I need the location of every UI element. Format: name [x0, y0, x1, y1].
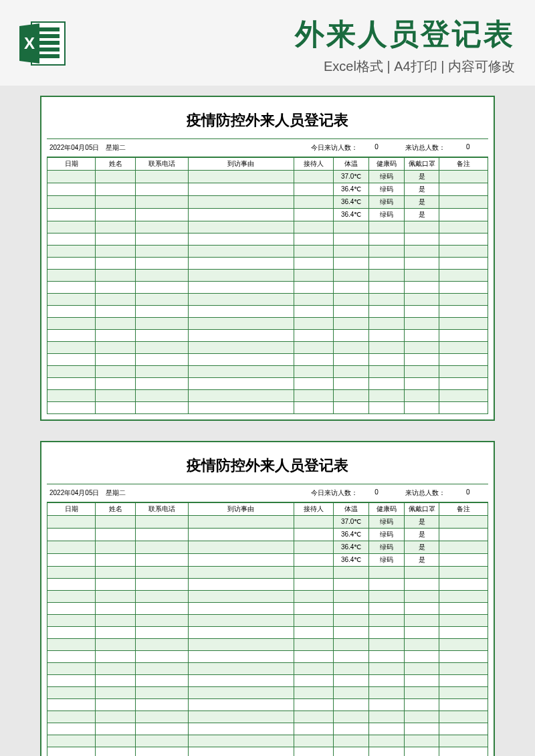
col-host: 接待人	[294, 157, 334, 170]
cell-empty	[96, 614, 135, 626]
cell-empty	[294, 377, 334, 389]
cell-empty	[404, 614, 439, 626]
table-row	[47, 590, 488, 602]
cell-empty	[369, 221, 405, 233]
cell-empty	[47, 638, 96, 650]
cell-empty	[369, 257, 405, 269]
cell-empty	[369, 723, 405, 735]
cell-empty	[47, 747, 96, 756]
cell-empty	[188, 317, 294, 329]
cell-empty	[294, 578, 334, 590]
cell-empty	[439, 723, 488, 735]
cell-empty	[294, 650, 334, 662]
excel-icon: X	[17, 17, 70, 70]
cell-date	[47, 528, 96, 541]
cell-empty	[369, 711, 405, 723]
cell-temp: 37.0℃	[334, 170, 369, 183]
cell-phone	[135, 208, 188, 221]
table-row	[47, 293, 488, 305]
cell-reason	[188, 195, 294, 208]
cell-empty	[294, 662, 334, 674]
cell-empty	[404, 662, 439, 674]
cell-empty	[96, 638, 135, 650]
col-mask: 佩戴口罩	[404, 502, 439, 515]
cell-reason	[188, 528, 294, 541]
cell-host	[294, 515, 334, 528]
cell-note	[439, 183, 488, 195]
cell-empty	[334, 590, 369, 602]
cell-empty	[369, 281, 405, 293]
cell-empty	[294, 341, 334, 353]
cell-empty	[439, 305, 488, 317]
cell-reason	[188, 208, 294, 221]
cell-empty	[96, 269, 135, 281]
cell-mask: 是	[404, 170, 439, 183]
cell-empty	[369, 401, 405, 413]
today-visitor-label: 今日来访人数：	[172, 143, 364, 153]
date-info: 2022年04月05日 星期二	[49, 488, 172, 498]
table-row	[47, 723, 488, 735]
cell-empty	[188, 353, 294, 365]
cell-empty	[294, 626, 334, 638]
table-row: 36.4℃绿码是	[47, 541, 488, 553]
table-row	[47, 377, 488, 389]
cell-empty	[188, 566, 294, 578]
cell-empty	[404, 305, 439, 317]
cell-empty	[294, 365, 334, 377]
cell-empty	[369, 269, 405, 281]
cell-empty	[47, 626, 96, 638]
cell-empty	[439, 377, 488, 389]
cell-empty	[369, 329, 405, 341]
cell-empty	[135, 602, 188, 614]
cell-note	[439, 528, 488, 541]
table-row	[47, 221, 488, 233]
cell-empty	[47, 686, 96, 698]
cell-name	[96, 553, 135, 566]
cell-empty	[439, 281, 488, 293]
col-reason: 到访事由	[188, 157, 294, 170]
cell-empty	[96, 257, 135, 269]
cell-empty	[47, 723, 96, 735]
cell-empty	[369, 233, 405, 245]
table-row: 37.0℃绿码是	[47, 170, 488, 183]
table-row	[47, 614, 488, 626]
info-row: 2022年04月05日 星期二今日来访人数：0来访总人数：0	[47, 139, 488, 157]
cell-empty	[334, 711, 369, 723]
col-note: 备注	[439, 502, 488, 515]
cell-empty	[334, 401, 369, 413]
col-health: 健康码	[369, 157, 405, 170]
cell-empty	[47, 711, 96, 723]
cell-note	[439, 208, 488, 221]
cell-reason	[188, 170, 294, 183]
cell-empty	[135, 735, 188, 747]
cell-temp: 36.4℃	[334, 208, 369, 221]
cell-empty	[96, 602, 135, 614]
svg-rect-2	[37, 34, 60, 38]
cell-empty	[334, 353, 369, 365]
cell-empty	[404, 269, 439, 281]
cell-empty	[188, 341, 294, 353]
cell-empty	[135, 305, 188, 317]
cell-empty	[404, 698, 439, 711]
cell-host	[294, 553, 334, 566]
cell-empty	[294, 566, 334, 578]
cell-empty	[439, 389, 488, 401]
cell-empty	[47, 674, 96, 686]
table-row: 36.4℃绿码是	[47, 183, 488, 195]
cell-empty	[47, 377, 96, 389]
cell-health: 绿码	[369, 515, 405, 528]
cell-empty	[404, 401, 439, 413]
cell-empty	[188, 614, 294, 626]
cell-empty	[404, 377, 439, 389]
cell-empty	[135, 578, 188, 590]
cell-empty	[404, 626, 439, 638]
cell-empty	[47, 389, 96, 401]
cell-empty	[294, 735, 334, 747]
cell-empty	[369, 590, 405, 602]
cell-name	[96, 183, 135, 195]
cell-empty	[96, 723, 135, 735]
cell-empty	[188, 747, 294, 756]
today-visitor-count: 0	[363, 488, 389, 498]
cell-date	[47, 208, 96, 221]
cell-health: 绿码	[369, 208, 405, 221]
